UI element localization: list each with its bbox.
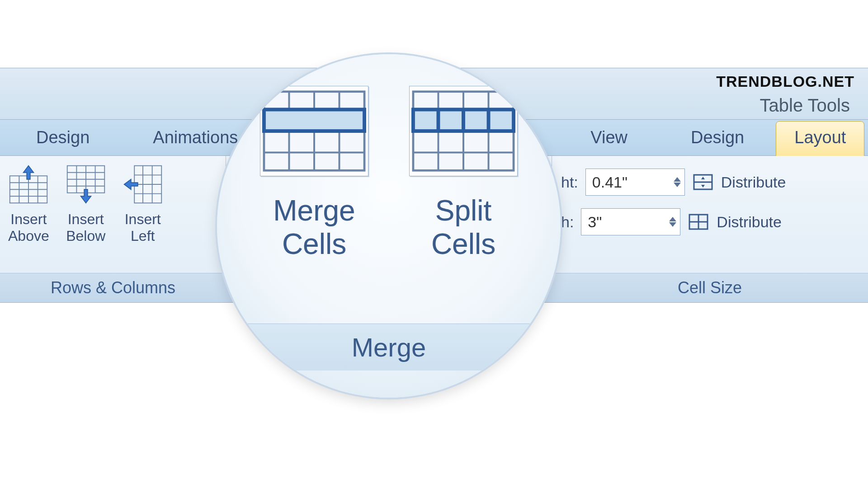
width-input[interactable]: 3" (581, 208, 680, 235)
insert-above-button[interactable]: Insert Above (0, 156, 57, 273)
distribute-columns-icon (688, 211, 709, 233)
insert-left-button[interactable]: Insert Left (114, 156, 171, 273)
cell-size-group-label: Cell Size (552, 273, 868, 302)
split-cells-button[interactable]: Split Cells (409, 86, 518, 261)
insert-above-icon (8, 164, 49, 205)
contextual-tab-title: Table Tools (760, 95, 850, 116)
merge-cells-label: Merge Cells (273, 194, 355, 261)
spinner-arrows-icon[interactable] (669, 217, 676, 227)
tab-table-design[interactable]: Design (673, 123, 762, 152)
tab-table-layout[interactable]: Layout (776, 121, 864, 157)
tab-design[interactable]: Design (18, 123, 108, 152)
insert-below-button[interactable]: Insert Below (57, 156, 114, 273)
insert-below-label: Insert Below (66, 211, 105, 244)
width-label: h: (561, 213, 574, 231)
height-value: 0.41" (592, 174, 627, 191)
rows-columns-group-label: Rows & Columns (0, 273, 226, 302)
distribute-rows-button[interactable]: Distribute (721, 174, 786, 191)
height-label: ht: (561, 174, 578, 191)
insert-left-icon (123, 164, 163, 205)
width-value: 3" (588, 213, 602, 231)
insert-left-label: Insert Left (125, 211, 161, 244)
height-input[interactable]: 0.41" (585, 169, 685, 196)
distribute-rows-icon (692, 171, 714, 193)
svg-marker-25 (701, 177, 705, 179)
tab-view[interactable]: View (572, 123, 646, 152)
svg-rect-40 (264, 109, 364, 131)
spinner-arrows-icon[interactable] (674, 177, 681, 187)
merge-cells-icon (260, 86, 368, 176)
magnifier-overlay: Merge Cells Split Ce (217, 54, 561, 398)
split-cells-icon (409, 86, 518, 176)
watermark-text: TRENDBLOG.NET (716, 73, 854, 90)
merge-group-label: Merge (217, 324, 561, 371)
svg-marker-26 (701, 185, 705, 188)
distribute-columns-button[interactable]: Distribute (717, 213, 782, 231)
split-cells-label: Split Cells (431, 194, 495, 261)
insert-above-label: Insert Above (8, 211, 49, 244)
insert-below-icon (66, 164, 106, 205)
merge-cells-button[interactable]: Merge Cells (260, 86, 368, 261)
